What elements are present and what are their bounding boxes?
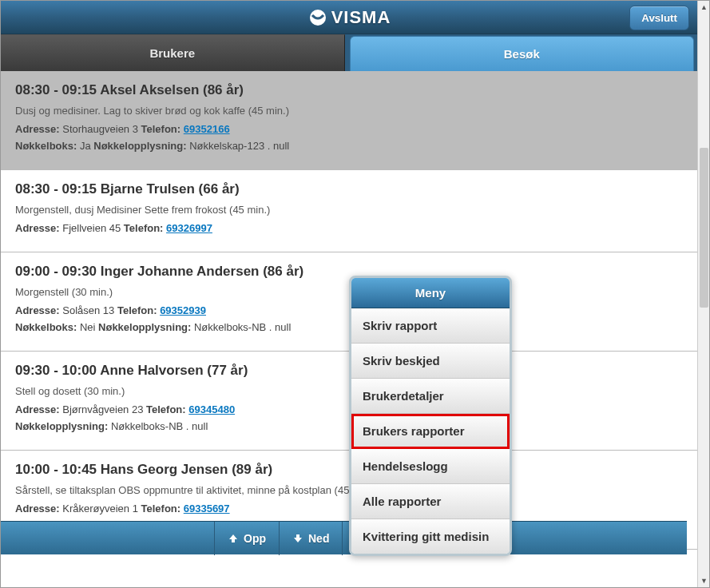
- logo-icon: [309, 9, 327, 26]
- header-bar: VISMA Avslutt: [1, 1, 699, 34]
- phone-link[interactable]: 69335697: [184, 503, 230, 514]
- phone-link[interactable]: 69345480: [188, 403, 235, 415]
- visit-address-line: Adresse: Storhaugveien 3 Telefon: 693521…: [15, 123, 684, 135]
- visit-item[interactable]: 08:30 - 09:15 Bjarne Trulsen (66 år)Morg…: [1, 170, 699, 252]
- visit-description: Dusj og medisiner. Lag to skiver brød og…: [15, 105, 684, 117]
- arrow-down-icon: [292, 533, 303, 544]
- visit-address-line: Adresse: Fjellveien 45 Telefon: 69326997: [15, 222, 684, 234]
- menu-popup: Meny Skriv rapportSkriv beskjedBrukerdet…: [349, 276, 512, 556]
- arrow-up-icon: [228, 533, 239, 544]
- menu-item[interactable]: Hendelseslogg: [351, 449, 510, 484]
- tab-bar: Brukere Besøk: [1, 34, 699, 71]
- phone-link[interactable]: 69352166: [184, 123, 230, 135]
- scrollbar[interactable]: ▲ ▼: [697, 1, 709, 587]
- ned-button[interactable]: Ned: [279, 522, 342, 555]
- logo-text: VISMA: [331, 7, 391, 28]
- visit-item[interactable]: 08:30 - 09:15 Aksel Akselsen (86 år)Dusj…: [1, 71, 699, 170]
- visit-key-line: Nøkkelboks: Ja Nøkkelopplysning: Nøkkels…: [15, 140, 684, 152]
- bottom-bar: Opp Ned Tid Meny: [1, 521, 687, 554]
- menu-item[interactable]: Skriv rapport: [351, 308, 510, 344]
- menu-item[interactable]: Brukers rapporter: [351, 414, 510, 449]
- scroll-thumb[interactable]: [700, 148, 708, 308]
- visit-title: 08:30 - 09:15 Bjarne Trulsen (66 år): [15, 181, 684, 197]
- ned-label: Ned: [308, 532, 329, 545]
- menu-item[interactable]: Skriv beskjed: [351, 344, 510, 379]
- visit-description: Morgenstell, dusj Medisiner Sette frem f…: [15, 204, 684, 216]
- scroll-up-button[interactable]: ▲: [698, 1, 710, 14]
- menu-title: Meny: [351, 278, 510, 308]
- menu-item[interactable]: Kvittering gitt medisin: [351, 519, 510, 554]
- tab-brukere[interactable]: Brukere: [1, 34, 345, 71]
- phone-link[interactable]: 69326997: [166, 222, 212, 234]
- opp-label: Opp: [244, 532, 266, 545]
- visit-title: 08:30 - 09:15 Aksel Akselsen (86 år): [15, 82, 684, 98]
- scroll-down-button[interactable]: ▼: [698, 574, 710, 587]
- phone-link[interactable]: 69352939: [160, 304, 206, 316]
- visma-logo: VISMA: [309, 7, 391, 28]
- avslutt-button[interactable]: Avslutt: [629, 6, 689, 30]
- tab-besok[interactable]: Besøk: [350, 36, 695, 71]
- menu-item[interactable]: Alle rapporter: [351, 484, 510, 519]
- opp-button[interactable]: Opp: [214, 522, 279, 555]
- menu-item[interactable]: Brukerdetaljer: [351, 379, 510, 414]
